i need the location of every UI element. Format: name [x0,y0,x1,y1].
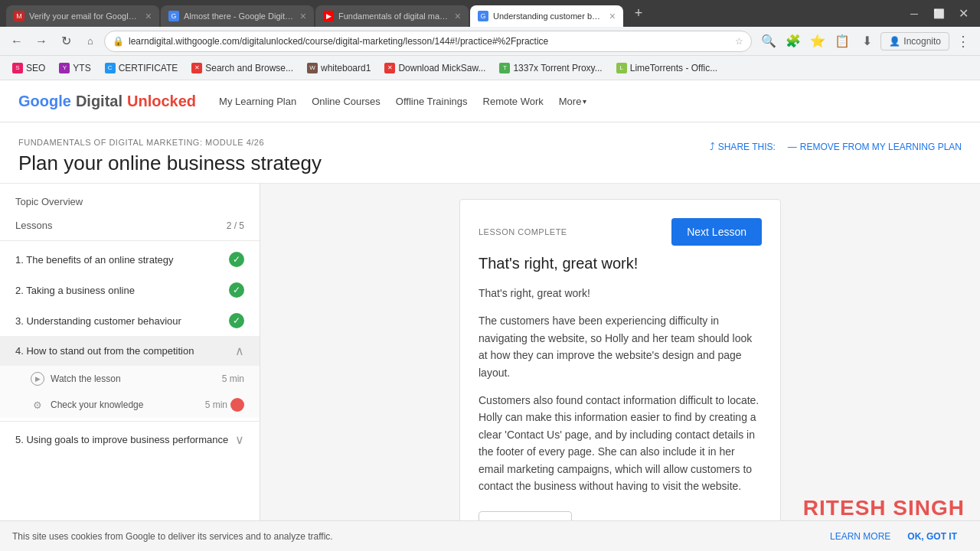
back-button[interactable]: ← [6,31,28,52]
address-bar[interactable]: 🔒 learndigital.withgoogle.com/digitalunl… [104,31,752,52]
lesson3-check-icon: ✓ [229,313,244,328]
incognito-label: Incognito [903,36,941,47]
body-paragraph-2: Customers also found contact information… [479,392,762,494]
cookie-ok-button[interactable]: OK, GOT IT [897,527,968,546]
star-icon[interactable]: ☆ [735,36,743,47]
extensions-icon[interactable]: 🧩 [782,31,804,52]
section-divider-2 [0,421,260,422]
bm-mick-label: Download MickSaw... [398,63,485,73]
tab-2[interactable]: G Almost there - Google Digital Ur × [161,5,314,27]
tab-4-title: Understanding customer behavi... [493,11,605,21]
sidebar-item-lesson4[interactable]: 4. How to stand out from the competition… [0,336,260,366]
tab-1-favicon: M [14,11,24,21]
share-action[interactable]: ⤴ SHARE THIS: [710,141,776,152]
page-header: FUNDAMENTALS OF DIGITAL MARKETING: MODUL… [0,122,980,184]
menu-icon[interactable]: ⋮ [952,31,974,52]
bookmark-lime[interactable]: L LimeTorrents - Offic... [610,60,724,77]
new-tab-button[interactable]: + [628,3,649,24]
bm-lime-label: LimeTorrents - Offic... [630,63,717,73]
refresh-button[interactable]: ↻ [55,31,77,52]
gear-icon: ⚙ [31,398,44,412]
bookmark-torrent[interactable]: T 1337x Torrent Proxy... [493,60,608,77]
cookie-text: This site uses cookies from Google to de… [12,531,824,542]
tab-4[interactable]: G Understanding customer behavi... × [470,5,623,27]
page-title: Plan your online business strategy [18,152,962,175]
toolbar-icons: 🔍 🧩 ⭐ 📋 ⬇ 👤 Incognito ⋮ [758,31,974,52]
cookie-learn-more[interactable]: LEARN MORE [830,531,890,542]
page-header-actions: ⤴ SHARE THIS: — REMOVE FROM MY LEARNING … [710,141,962,152]
maximize-btn[interactable]: ⬜ [928,6,949,21]
tab-2-title: Almost there - Google Digital Ur [184,11,296,21]
bookmarks-icon[interactable]: ⭐ [807,31,828,52]
sidebar-sub-watch[interactable]: ▶ Watch the lesson 5 min [0,366,260,392]
site-header: Google Digital Unlocked My Learning Plan… [0,80,980,122]
nav-offline-trainings[interactable]: Offline Trainings [396,96,468,107]
lesson4-label: 4. How to stand out from the competition [15,345,235,357]
bm-cert-icon: C [105,63,116,73]
tab-1-close[interactable]: × [145,10,152,22]
incognito-icon: 👤 [889,36,900,47]
remove-label: REMOVE FROM MY LEARNING PLAN [800,142,962,152]
lesson-complete-body: That's right, great work! The customers … [479,285,762,494]
lesson1-check-icon: ✓ [229,252,244,267]
sidebar-sub-items: ▶ Watch the lesson 5 min ⚙ Check your kn… [0,366,260,418]
lock-icon: 🔒 [113,36,124,47]
check-time: 5 min [205,399,227,410]
lesson-complete-badge: LESSON COMPLETE [479,227,567,236]
remove-action[interactable]: — REMOVE FROM MY LEARNING PLAN [788,142,962,152]
site-logo[interactable]: Google Digital Unlocked [18,93,196,110]
bm-wb-label: whiteboard1 [321,63,371,73]
bm-yts-icon: Y [59,63,70,73]
logo-unlocked-text: Unlocked [127,93,196,110]
url-display: learndigital.withgoogle.com/digitalunloc… [129,36,730,47]
lessons-count: 2 / 5 [227,220,244,231]
bookmark-seo[interactable]: S SEO [6,60,51,77]
close-btn[interactable]: ✕ [952,6,974,21]
tab-2-close[interactable]: × [300,10,306,22]
sidebar-item-lesson1[interactable]: 1. The benefits of an online strategy ✓ [0,244,260,275]
tab-4-favicon: G [478,11,488,21]
share-icon: ⤴ [710,141,715,152]
next-lesson-button[interactable]: Next Lesson [671,218,762,246]
tab-4-close[interactable]: × [609,10,616,22]
bookmark-yts[interactable]: Y YTS [53,60,96,77]
history-icon[interactable]: 📋 [831,31,853,52]
bm-seo-icon: S [12,63,23,73]
tab-1[interactable]: M Verify your email for Google Lea... × [6,5,159,27]
lesson-complete-title: That's right, great work! [479,255,762,272]
bookmark-search[interactable]: ✕ Search and Browse... [185,60,299,77]
sidebar: Topic Overview Lessons 2 / 5 1. The bene… [0,184,260,551]
downloads-icon[interactable]: ⬇ [856,31,877,52]
bookmark-mick[interactable]: ✕ Download MickSaw... [378,60,492,77]
expand-icon: ∨ [235,432,244,447]
nav-online-courses[interactable]: Online Courses [312,96,381,107]
bookmark-whiteboard[interactable]: W whiteboard1 [301,60,377,77]
address-bar-row: ← → ↻ ⌂ 🔒 learndigital.withgoogle.com/di… [0,27,980,56]
bm-lime-icon: L [616,63,627,73]
sidebar-item-lesson3[interactable]: 3. Understanding customer behaviour ✓ [0,305,260,336]
site-nav: My Learning Plan Online Courses Offline … [219,96,586,107]
logo-digital-text: Digital [76,93,122,110]
page-wrapper: Google Digital Unlocked My Learning Plan… [0,80,980,551]
sidebar-sub-check[interactable]: ⚙ Check your knowledge 5 min [0,392,260,418]
browser-chrome: M Verify your email for Google Lea... × … [0,0,980,27]
section-divider-1 [0,240,260,241]
nav-remote-work[interactable]: Remote Work [483,96,544,107]
bookmark-cert[interactable]: C CERTIFICATE [99,60,185,77]
lessons-label: Lessons [15,220,52,231]
tab-3-title: Fundamentals of digital marketin... [338,11,450,21]
sidebar-item-lesson5[interactable]: 5. Using goals to improve business perfo… [0,425,260,455]
tab-3-close[interactable]: × [455,10,461,22]
forward-button[interactable]: → [31,31,52,52]
body-paragraph-1: The customers have been experiencing dif… [479,312,762,381]
nav-more[interactable]: More ▾ [559,96,587,107]
home-button[interactable]: ⌂ [80,31,101,52]
tab-3[interactable]: ▶ Fundamentals of digital marketin... × [315,5,469,27]
minimize-btn[interactable]: ─ [903,6,925,21]
search-icon[interactable]: 🔍 [758,31,779,52]
bm-wb-icon: W [307,63,318,73]
user-profile[interactable]: 👤 Incognito [880,32,949,51]
nav-my-learning[interactable]: My Learning Plan [219,96,296,107]
sidebar-item-lesson2[interactable]: 2. Taking a business online ✓ [0,275,260,305]
cookie-bar: This site uses cookies from Google to de… [0,520,980,551]
